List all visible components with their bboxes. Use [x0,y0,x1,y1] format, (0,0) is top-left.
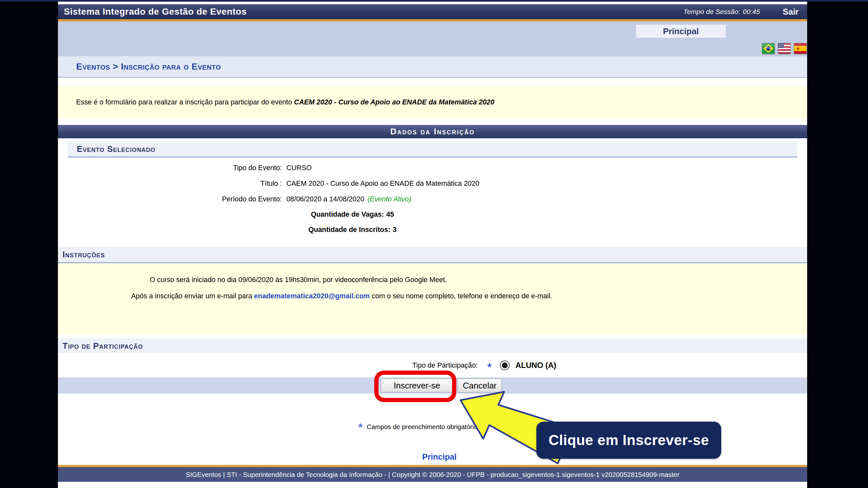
form-title-bar: Dados da Inscrição [58,125,807,138]
brazil-flag-icon[interactable] [762,43,775,54]
screenshot-canvas: Sistema Integrado de Gestão de Eventos T… [0,0,868,488]
tab-principal[interactable]: Principal [636,24,726,38]
field-value: 08/06/2020 a 14/08/2020 [282,195,364,203]
required-star-icon: ★ [486,361,493,369]
instructions-box: O curso será iniciado no dia 09/06/2020 … [58,263,807,334]
app-title-bar: Sistema Integrado de Gestão de Eventos T… [58,4,807,19]
header-band: Principal [58,22,807,58]
inscritos-label: Quantidade de Inscritos: [308,226,390,234]
event-fields: Tipo do Evento: CURSO Título : CAEM 2020… [58,160,807,237]
participation-option-label: ALUNO (A) [516,361,556,370]
instructions-line-1: O curso será iniciado no dia 09/06/2020 … [58,272,807,288]
field-row-inscritos: Quantidade de Inscritos: 3 [58,222,647,237]
instructions-line-2: Após a inscrição enviar um e-mail para e… [58,288,807,304]
field-row-periodo: Período do Evento: 08/06/2020 a 14/08/20… [58,191,807,207]
field-value: CAEM 2020 - Curso de Apoio ao ENADE da M… [282,180,479,188]
browser-content-pane: Sistema Integrado de Gestão de Eventos T… [58,2,807,488]
session-timer-label: Tempo de Sessão: [683,8,740,15]
event-active-status: (Evento Ativo) [367,195,411,203]
email-link[interactable]: enadematematica2020@gmail.com [254,292,370,300]
footer-accent-bar [58,465,807,467]
field-row-titulo: Título : CAEM 2020 - Curso de Apoio ao E… [58,176,807,191]
field-row-vagas: Quantidade de Vagas: 45 [58,207,647,222]
section-evento-selecionado-title: Evento Selecionado [77,144,156,154]
required-fields-note: ★ Campos de preenchimento obrigatório. [358,422,479,432]
field-label: Período do Evento: [58,195,282,203]
field-label: Título : [58,180,282,188]
cancelar-button[interactable]: Cancelar [458,379,502,392]
section-evento-selecionado: Evento Selecionado [68,141,797,158]
language-switcher [762,43,807,54]
required-star-icon: ★ [358,422,364,429]
field-row-tipo: Tipo do Evento: CURSO [58,160,807,176]
intro-text: Esse é o formulário para realizar a insc… [76,98,294,106]
section-instrucoes-title: Instruções [62,250,105,260]
breadcrumb: Eventos > Inscrição para o Evento [58,56,807,78]
section-tipo-participacao-title: Tipo de Participação [62,341,143,351]
section-instrucoes: Instruções [58,247,807,263]
app-title: Sistema Integrado de Gestão de Eventos [64,6,247,17]
callout-text: Clique em Inscrever-se [549,432,709,448]
participation-label: Tipo de Participação: [58,361,478,369]
section-tipo-participacao: Tipo de Participação [58,338,807,354]
intro-event-name: CAEM 2020 - Curso de Apoio ao ENADE da M… [294,98,494,106]
inscritos-value: 3 [393,226,397,234]
footer: SIGEventos | STI - Superintendência de T… [58,467,807,482]
vagas-label: Quantidade de Vagas: [311,210,384,219]
spain-flag-icon[interactable] [794,43,807,54]
header-accent-bar [58,19,807,22]
vagas-value: 45 [386,210,394,219]
instructions-line-2-prefix: Após a inscrição enviar um e-mail para [131,292,254,300]
session-timer: Tempo de Sessão:00:45 [683,8,760,15]
principal-link[interactable]: Principal [391,452,488,462]
session-timer-value: 00:45 [743,8,760,15]
participation-radio-aluno[interactable] [500,360,510,370]
intro-message-box: Esse é o formulário para realizar a insc… [58,86,807,119]
logout-button[interactable]: Sair [783,7,799,17]
field-label: Tipo do Evento: [58,164,282,172]
usa-flag-icon[interactable] [778,43,791,54]
instructions-line-2-suffix: com o seu nome completo, telefone e ende… [370,292,552,300]
callout-annotation: Clique em Inscrever-se [536,422,721,459]
required-fields-note-text: Campos de preenchimento obrigatório. [367,423,479,431]
field-value: CURSO [282,164,312,172]
highlight-box-annotation [374,370,456,402]
breadcrumb-text: Eventos > Inscrição para o Evento [76,62,221,72]
